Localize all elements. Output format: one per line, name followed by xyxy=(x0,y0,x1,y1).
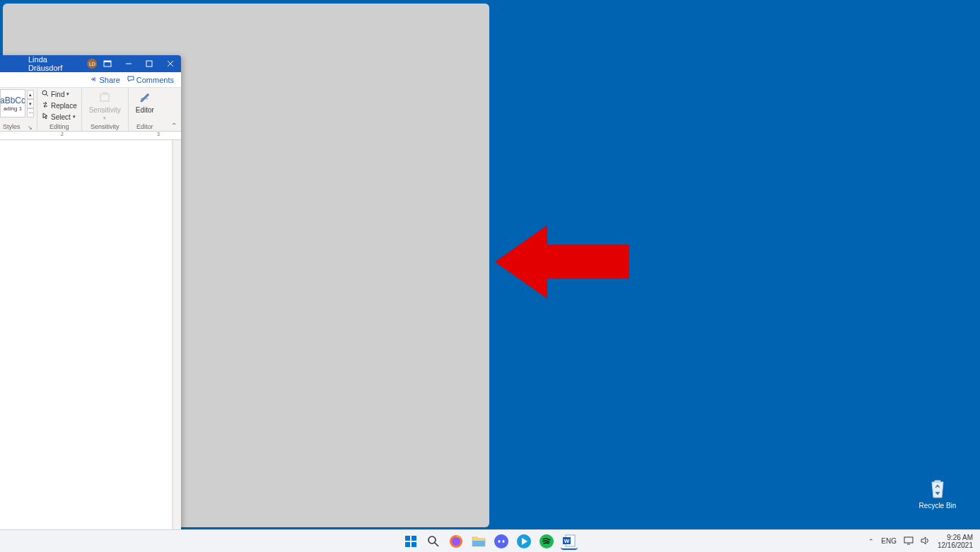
spotify-icon[interactable] xyxy=(538,533,555,550)
sensitivity-group: Sensitivity ▾ Sensitivity xyxy=(82,88,129,131)
maximize-button[interactable] xyxy=(139,55,161,72)
editor-button[interactable]: Editor xyxy=(132,89,158,115)
share-button[interactable]: Share xyxy=(90,76,119,84)
titlebar-user-name: Linda Dräusdorf xyxy=(28,55,83,72)
close-button[interactable] xyxy=(160,55,181,72)
svg-line-7 xyxy=(46,94,48,96)
time-text: 9:26 AM xyxy=(938,534,973,541)
editing-group-label: Editing xyxy=(40,123,78,131)
svg-marker-9 xyxy=(495,225,629,299)
svg-point-20 xyxy=(498,540,501,543)
cursor-icon xyxy=(42,113,49,121)
chevron-down-icon: ▾ xyxy=(73,114,76,120)
ribbon: aBbCc ading 1 ▴▾⋯ Styles ↘ Find ▾ xyxy=(0,88,181,132)
search-button[interactable] xyxy=(425,533,442,550)
svg-point-17 xyxy=(452,537,460,546)
document-area xyxy=(0,140,181,531)
comment-icon xyxy=(127,76,134,84)
recycle-bin-icon[interactable]: Recycle Bin xyxy=(916,478,959,510)
tablet-mode-icon[interactable] xyxy=(904,536,914,546)
replace-button[interactable]: Replace xyxy=(40,100,78,110)
styles-group-label: Styles xyxy=(0,123,28,131)
svg-rect-18 xyxy=(472,541,485,546)
editor-group: Editor Editor xyxy=(129,88,161,131)
ruler[interactable]: 2 3 xyxy=(0,132,181,140)
clock[interactable]: 9:26 AM 12/16/2021 xyxy=(938,534,973,549)
svg-rect-28 xyxy=(904,537,913,543)
svg-text:W: W xyxy=(564,538,570,544)
user-avatar[interactable]: LD xyxy=(87,59,97,69)
media-player-icon[interactable] xyxy=(515,533,532,550)
taskbar-center: W xyxy=(402,533,578,550)
sensitivity-icon xyxy=(98,91,111,105)
comments-button[interactable]: Comments xyxy=(127,76,174,84)
svg-line-15 xyxy=(435,543,438,546)
firefox-icon[interactable] xyxy=(448,533,465,550)
ribbon-display-options-button[interactable] xyxy=(97,55,118,72)
svg-rect-8 xyxy=(100,94,109,101)
svg-rect-1 xyxy=(104,61,111,62)
system-tray: ⌃ ENG 9:26 AM 12/16/2021 xyxy=(868,534,980,549)
search-icon xyxy=(42,90,49,98)
replace-icon xyxy=(42,101,49,110)
word-window: Linda Dräusdorf LD Share Comments xyxy=(0,55,181,531)
share-bar: Share Comments xyxy=(0,72,181,88)
sensitivity-group-label: Sensitivity xyxy=(85,123,125,131)
styles-group: aBbCc ading 1 ▴▾⋯ Styles ↘ xyxy=(0,88,37,131)
ruler-mark: 2 xyxy=(61,132,64,137)
styles-dialog-launcher[interactable]: ↘ xyxy=(28,125,34,131)
editor-group-label: Editor xyxy=(132,123,158,131)
recycle-bin-label: Recycle Bin xyxy=(916,502,959,510)
word-taskbar-icon[interactable]: W xyxy=(561,533,578,550)
language-indicator[interactable]: ENG xyxy=(881,537,897,545)
tray-overflow-button[interactable]: ⌃ xyxy=(868,538,874,545)
file-explorer-icon[interactable] xyxy=(470,533,487,550)
svg-point-24 xyxy=(539,534,554,548)
select-button[interactable]: Select ▾ xyxy=(40,112,77,122)
taskbar: W ⌃ ENG 9:26 AM 12/16/2021 xyxy=(0,529,980,552)
share-label: Share xyxy=(99,76,119,84)
editing-group: Find ▾ Replace Select ▾ Editing xyxy=(37,88,82,131)
svg-rect-11 xyxy=(412,536,416,541)
svg-rect-12 xyxy=(405,542,410,547)
collapse-ribbon-button[interactable]: ⌃ xyxy=(171,122,177,130)
share-icon xyxy=(90,76,97,84)
style-heading1[interactable]: aBbCc ading 1 xyxy=(0,89,25,117)
discord-icon[interactable] xyxy=(493,533,510,550)
svg-marker-30 xyxy=(921,537,926,544)
comments-label: Comments xyxy=(136,76,174,84)
svg-rect-13 xyxy=(412,542,416,547)
svg-point-14 xyxy=(428,536,436,544)
annotation-arrow-left xyxy=(495,225,629,301)
ruler-mark: 3 xyxy=(157,132,160,137)
minimize-button[interactable] xyxy=(118,55,139,72)
chevron-down-icon: ▾ xyxy=(66,91,69,97)
svg-rect-3 xyxy=(146,61,152,67)
svg-point-19 xyxy=(494,534,508,548)
word-titlebar[interactable]: Linda Dräusdorf LD xyxy=(0,55,181,72)
svg-rect-10 xyxy=(405,536,410,541)
start-button[interactable] xyxy=(402,533,419,550)
svg-point-21 xyxy=(503,540,505,543)
find-button[interactable]: Find ▾ xyxy=(40,89,71,99)
date-text: 12/16/2021 xyxy=(938,541,973,549)
editor-icon xyxy=(139,91,151,105)
volume-icon[interactable] xyxy=(921,536,931,546)
document-page[interactable] xyxy=(0,140,173,531)
styles-spinner[interactable]: ▴▾⋯ xyxy=(27,90,34,117)
sensitivity-button: Sensitivity ▾ xyxy=(85,89,125,122)
